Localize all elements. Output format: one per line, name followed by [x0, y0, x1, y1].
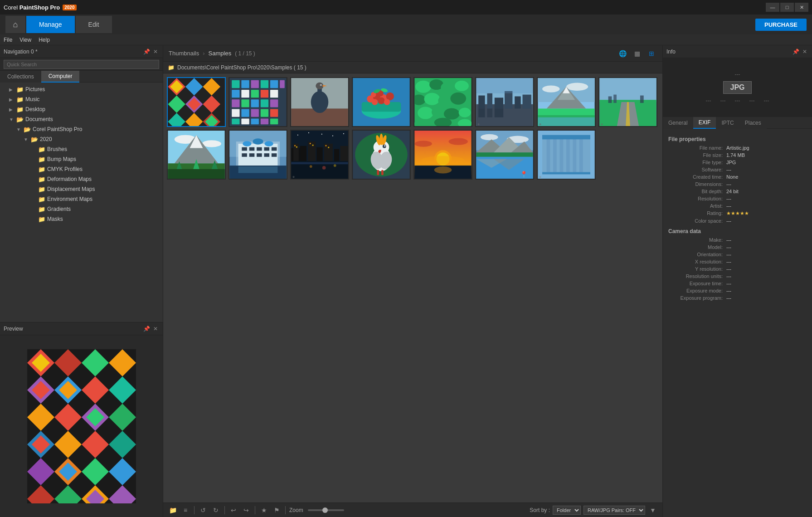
info-tab-general[interactable]: General — [663, 117, 693, 129]
tree-item-2020[interactable]: ▼ 📂 2020 — [0, 134, 163, 144]
thumbnail-9[interactable] — [167, 130, 226, 180]
home-button[interactable]: ⌂ — [5, 16, 25, 33]
tree-item-masks[interactable]: ▶ 📁 Masks — [0, 214, 163, 224]
file-name-label: File name: — [668, 145, 723, 151]
toolbar-rotate-left-button[interactable]: ↺ — [198, 505, 208, 515]
thumbnail-12[interactable] — [352, 130, 411, 180]
minimize-button[interactable]: — — [766, 3, 779, 12]
breadcrumb-separator: › — [203, 50, 204, 57]
toolbar-rotate-right-button[interactable]: ↻ — [211, 505, 221, 515]
svg-point-177 — [308, 132, 309, 133]
svg-rect-67 — [270, 109, 278, 117]
toolbar-undo-button[interactable]: ↩ — [229, 505, 238, 515]
tree-label: Brushes — [47, 146, 67, 152]
top-nav-bar: ⌂ Manage Edit PURCHASE — [0, 15, 812, 34]
tree-item-pictures[interactable]: ▶ 📁 Pictures — [0, 84, 163, 94]
svg-point-106 — [432, 107, 446, 117]
svg-point-97 — [415, 81, 431, 93]
created-time-value: None — [723, 174, 807, 180]
svg-rect-54 — [241, 90, 249, 98]
software-label: Software: — [668, 167, 723, 172]
created-time-label: Created time: — [668, 174, 723, 180]
toolbar-list-button[interactable]: ≡ — [180, 505, 190, 515]
tree-item-gradients[interactable]: ▶ 📁 Gradients — [0, 204, 163, 214]
tree-item-corel[interactable]: ▼ 📂 Corel PaintShop Pro — [0, 124, 163, 134]
info-tab-places[interactable]: Places — [739, 117, 767, 129]
thumbnail-2[interactable] — [229, 77, 287, 127]
svg-rect-164 — [242, 153, 247, 157]
toolbar-flag-button[interactable]: ⚑ — [272, 505, 282, 515]
svg-text:⊕: ⊕ — [477, 123, 480, 126]
globe-icon-button[interactable]: 🌐 — [617, 48, 628, 59]
tree-item-cmyk[interactable]: ▶ 📁 CMYK Profiles — [0, 164, 163, 174]
menu-help[interactable]: Help — [39, 37, 50, 43]
thumbnail-6[interactable]: ⊕ — [475, 77, 534, 127]
svg-rect-52 — [280, 80, 285, 88]
info-tab-exif[interactable]: EXIF — [693, 117, 716, 129]
tree-item-bump-maps[interactable]: ▶ 📁 Bump Maps — [0, 154, 163, 164]
info-panel: Info 📌 ✕ --- JPG --- --- --- --- --- Gen… — [662, 45, 812, 517]
thumbnail-10[interactable] — [229, 130, 287, 180]
tree-item-desktop[interactable]: ▶ 📁 Desktop — [0, 104, 163, 114]
tree-item-deformation-maps[interactable]: ▶ 📁 Deformation Maps — [0, 174, 163, 184]
tree-item-brushes[interactable]: ▶ 📁 Brushes — [0, 144, 163, 154]
thumbnail-3[interactable] — [290, 77, 349, 127]
thumbnail-4[interactable] — [352, 77, 411, 127]
color-space-label: Color space: — [668, 218, 723, 224]
info-tab-iptc[interactable]: IPTC — [716, 117, 739, 129]
menu-file[interactable]: File — [4, 37, 12, 43]
computer-tab[interactable]: Computer — [41, 71, 80, 83]
svg-rect-59 — [241, 99, 249, 107]
quick-search-input[interactable] — [4, 60, 159, 69]
svg-rect-183 — [300, 146, 306, 161]
toolbar-folder-button[interactable]: 📁 — [168, 505, 178, 515]
svg-point-170 — [253, 138, 263, 144]
info-pin-button[interactable]: 📌 — [792, 48, 799, 55]
purchase-button[interactable]: PURCHASE — [755, 19, 807, 31]
svg-point-197 — [310, 165, 312, 168]
info-panel-title: Info — [666, 49, 676, 55]
thumbnail-14[interactable]: 📍 — [475, 130, 534, 180]
menu-view[interactable]: View — [19, 37, 31, 43]
view-icon-button[interactable]: ▦ — [632, 48, 642, 59]
svg-rect-115 — [487, 93, 492, 109]
preview-pin-button[interactable]: 📌 — [143, 325, 150, 332]
tree-item-music[interactable]: ▶ 📁 Music — [0, 94, 163, 104]
preview-close-button[interactable]: ✕ — [152, 325, 159, 332]
thumbnail-11[interactable]: ⊕ — [290, 130, 349, 180]
rating-value: ★★★★★ — [723, 210, 807, 216]
thumbnail-13[interactable] — [413, 130, 472, 180]
toolbar-redo-button[interactable]: ↪ — [241, 505, 251, 515]
panel-close-button[interactable]: ✕ — [152, 48, 159, 55]
thumbnail-1[interactable] — [167, 77, 226, 127]
zoom-slider[interactable] — [308, 509, 344, 511]
tree-item-documents[interactable]: ▼ 📂 Documents — [0, 114, 163, 124]
collections-tab[interactable]: Collections — [0, 71, 41, 83]
tree-label: Bump Maps — [47, 156, 76, 162]
svg-rect-189 — [294, 145, 296, 146]
navigation-panel-title: Navigation 0 * — [4, 49, 38, 55]
thumbnail-5[interactable] — [413, 77, 472, 127]
svg-rect-244 — [538, 131, 594, 179]
resolution-units-row: Resolution units: --- — [668, 273, 807, 280]
raw-jpg-dropdown[interactable]: RAW/JPG Pairs: OFF RAW/JPG Pairs: ON — [583, 506, 645, 515]
edit-tab[interactable]: Edit — [76, 16, 112, 33]
panel-pin-button[interactable]: 📌 — [143, 48, 150, 55]
maximize-button[interactable]: □ — [780, 3, 794, 12]
folder-icon: 📁 — [38, 176, 45, 183]
manage-tab[interactable]: Manage — [26, 16, 75, 33]
bit-depth-label: Bit depth: — [668, 189, 723, 194]
close-button[interactable]: ✕ — [795, 3, 808, 12]
tree-arrow: ▶ — [9, 107, 15, 112]
sort-dropdown[interactable]: Folder Name Date Size Type — [553, 506, 581, 515]
toolbar-star-button[interactable]: ★ — [259, 505, 269, 515]
thumbnail-8[interactable]: ⊕ — [598, 77, 657, 127]
tree-item-environment-maps[interactable]: ▶ 📁 Environment Maps — [0, 194, 163, 204]
grid-icon-button[interactable]: ⊞ — [646, 48, 657, 59]
thumbnail-7[interactable]: ⊕ — [537, 77, 596, 127]
tree-label: Masks — [47, 216, 63, 222]
tree-item-displacement-maps[interactable]: ▶ 📁 Displacement Maps — [0, 184, 163, 194]
toolbar-more-button[interactable]: ▼ — [648, 505, 658, 515]
thumbnail-15[interactable]: ⊕ — [537, 130, 596, 180]
info-close-button[interactable]: ✕ — [801, 48, 808, 55]
